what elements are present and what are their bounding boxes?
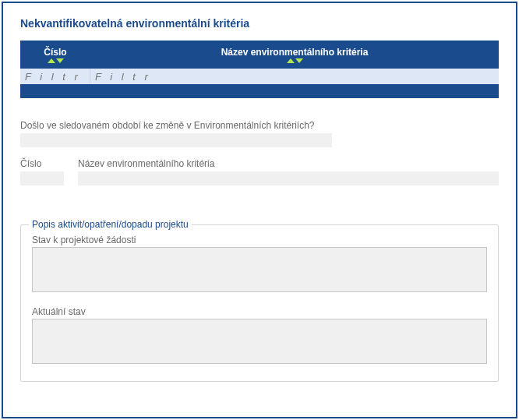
criteria-table: Číslo Název environmentálního kritéria — [20, 41, 499, 98]
sort-controls-nazev — [287, 58, 303, 63]
sort-controls-cislo — [48, 58, 64, 63]
panel-title: Nekvantifikovatelná environmentální krit… — [20, 17, 499, 30]
sort-asc-icon[interactable] — [287, 58, 295, 63]
detail-nazev: Název environmentálního kritéria — [78, 158, 499, 185]
cislo-value — [20, 171, 64, 185]
main-panel: Nekvantifikovatelná environmentální krit… — [2, 2, 517, 418]
description-fieldset: Popis aktivit/opatření/dopadu projektu S… — [20, 224, 499, 382]
aktualni-label: Aktuální stav — [32, 306, 487, 317]
question-field — [20, 133, 332, 147]
column-header-cislo: Číslo — [20, 41, 90, 69]
stav-label: Stav k projektové žádosti — [32, 235, 487, 245]
table-footer — [20, 84, 499, 98]
filter-input-cislo[interactable] — [20, 69, 90, 84]
column-label: Číslo — [44, 47, 66, 58]
question-block: Došlo ve sledovaném období ke změně v En… — [20, 120, 499, 147]
nazev-value — [78, 171, 499, 185]
column-header-nazev: Název environmentálního kritéria — [90, 41, 499, 69]
cislo-label: Číslo — [20, 158, 64, 169]
column-label: Název environmentálního kritéria — [221, 47, 369, 58]
stav-textarea[interactable] — [32, 247, 487, 292]
sort-desc-icon[interactable] — [56, 58, 64, 63]
filter-input-nazev[interactable] — [90, 69, 499, 84]
table-header-row: Číslo Název environmentálního kritéria — [20, 41, 499, 69]
sort-asc-icon[interactable] — [48, 58, 55, 63]
detail-cislo: Číslo — [20, 158, 64, 185]
nazev-label: Název environmentálního kritéria — [78, 158, 499, 169]
question-label: Došlo ve sledovaném období ke změně v En… — [20, 120, 499, 131]
aktualni-textarea[interactable] — [32, 319, 487, 364]
table-filter-row — [20, 69, 499, 84]
fieldset-legend: Popis aktivit/opatření/dopadu projektu — [29, 219, 192, 230]
detail-row: Číslo Název environmentálního kritéria — [20, 158, 499, 185]
sort-desc-icon[interactable] — [295, 58, 303, 63]
